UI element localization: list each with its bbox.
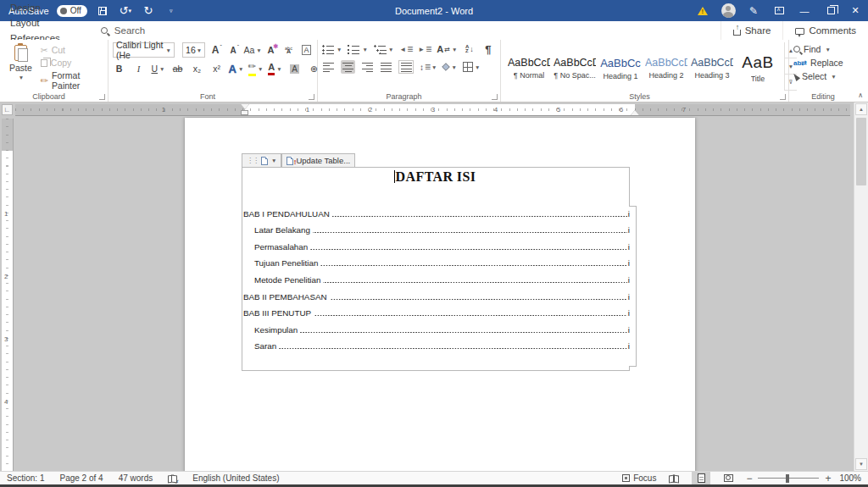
font-name-combo[interactable]: Calibri Light (He▼	[113, 42, 175, 58]
zoom-slider-thumb[interactable]	[786, 474, 789, 483]
vertical-scrollbar[interactable]: ▲ ▼	[854, 102, 868, 471]
language-indicator[interactable]: English (United States)	[192, 473, 279, 483]
shading-button[interactable]: ▼	[442, 60, 456, 74]
grow-font-button[interactable]: Aˆ	[210, 43, 223, 57]
font-color-button[interactable]: A▼	[269, 62, 281, 75]
align-center-button[interactable]	[341, 60, 355, 74]
phonetic-guide-button[interactable]: abcA	[282, 43, 295, 57]
subscript-button[interactable]: x₂	[191, 62, 203, 75]
style-card[interactable]: AaBbCcDc ¶ No Spac...	[553, 46, 597, 91]
account-button[interactable]	[715, 0, 741, 21]
hanging-indent-marker[interactable]	[241, 110, 248, 115]
save-button[interactable]	[95, 3, 110, 19]
toc-entry[interactable]: Permasalahan i	[243, 238, 630, 255]
superscript-button[interactable]: x²	[210, 62, 223, 75]
paragraph-dialog-launcher[interactable]	[492, 94, 498, 100]
toc-field-menu-button[interactable]: ⋮⋮ ▼	[242, 153, 281, 168]
toc-entry[interactable]: BAB I PENDAHULUAN i	[243, 205, 630, 222]
increase-indent-button[interactable]: ►≡	[418, 42, 431, 56]
vertical-ruler[interactable]: 1234	[2, 119, 13, 471]
toc-entry[interactable]: Tujuan Penelitian i	[243, 255, 630, 272]
scrollbar-thumb[interactable]	[856, 118, 866, 185]
page-indicator[interactable]: Page 2 of 4	[59, 473, 103, 483]
font-size-combo[interactable]: 16▼	[182, 42, 205, 58]
toc-entry[interactable]: BAB II PEMBAHASAN i	[243, 288, 630, 305]
word-count[interactable]: 47 words	[119, 473, 153, 483]
zoom-level[interactable]: 100%	[839, 473, 861, 483]
text-highlight-button[interactable]: ✏▼	[249, 62, 262, 75]
style-card[interactable]: AaBbCcDc ¶ Normal	[507, 46, 551, 91]
align-left-button[interactable]	[322, 60, 335, 74]
toc-entry[interactable]: Kesimpulan i	[243, 321, 630, 338]
style-card[interactable]: AaB Title	[736, 46, 780, 91]
line-spacing-button[interactable]: ↕≡▼	[420, 60, 437, 74]
zoom-in-button[interactable]: +	[825, 473, 831, 484]
print-layout-button[interactable]	[692, 472, 710, 484]
change-case-button[interactable]: Aa▼	[246, 43, 259, 57]
clear-formatting-button[interactable]: A	[264, 43, 277, 57]
select-button[interactable]: Select▼	[793, 71, 863, 81]
close-button[interactable]: ✕	[843, 0, 868, 21]
character-shading-button[interactable]: A	[288, 62, 301, 75]
search-box[interactable]: Search	[101, 25, 145, 36]
align-right-button[interactable]	[361, 60, 374, 74]
share-button[interactable]: Share	[721, 21, 783, 40]
first-line-indent-marker[interactable]	[241, 104, 249, 109]
restore-button[interactable]	[817, 0, 843, 21]
copy-button[interactable]: Copy	[41, 58, 103, 68]
right-indent-marker[interactable]	[631, 110, 639, 115]
justify-button[interactable]	[380, 60, 392, 74]
decrease-indent-button[interactable]: ◄≡	[399, 42, 412, 56]
customize-quick-access-button[interactable]: ▿	[164, 3, 179, 19]
section-indicator[interactable]: Section: 1	[7, 473, 44, 483]
borders-button[interactable]: ▼	[463, 60, 480, 74]
toc-entry[interactable]: BAB III PENUTUP i	[243, 305, 630, 322]
sort-button[interactable]: AZ↓	[463, 42, 476, 56]
replace-button[interactable]: ab⇄Replace	[793, 58, 863, 68]
bold-button[interactable]: B	[113, 62, 125, 75]
styles-dialog-launcher[interactable]	[780, 94, 786, 100]
paste-button[interactable]: Paste ▼	[4, 42, 37, 91]
bullets-button[interactable]: ▼	[322, 42, 342, 56]
tab-selector-button[interactable]: ∟	[2, 104, 13, 115]
document-heading[interactable]: DAFTAR ISI	[396, 169, 476, 185]
numbering-button[interactable]: ▼	[348, 42, 367, 56]
ribbon-display-options-button[interactable]	[766, 0, 792, 21]
text-effects-button[interactable]: A▼	[230, 62, 242, 75]
proofing-status-button[interactable]: ✗	[168, 475, 177, 482]
scroll-up-button[interactable]: ▲	[855, 103, 867, 115]
shrink-font-button[interactable]: Aˇ	[228, 43, 241, 57]
ribbon-tab[interactable]: Layout	[0, 15, 70, 30]
scroll-down-button[interactable]: ▼	[855, 458, 867, 470]
zoom-out-button[interactable]: −	[746, 473, 752, 484]
ribbon-tab[interactable]: Design	[0, 0, 70, 15]
multilevel-list-button[interactable]: ▼	[374, 42, 393, 56]
asian-layout-button[interactable]: A⇄▼	[437, 42, 457, 56]
style-card[interactable]: AaBbCcD Heading 2	[644, 46, 688, 91]
web-layout-button[interactable]	[719, 472, 737, 484]
style-card[interactable]: AaBbCc Heading 1	[598, 46, 643, 91]
horizontal-ruler[interactable]: 11234567	[15, 104, 850, 115]
underline-button[interactable]: U▼	[152, 62, 164, 75]
zoom-slider[interactable]	[758, 478, 819, 479]
distributed-button[interactable]	[398, 60, 414, 74]
update-table-button[interactable]: Update Table...	[281, 153, 355, 168]
italic-button[interactable]: I	[132, 62, 145, 75]
toc-entry[interactable]: Saran i	[243, 338, 630, 355]
document-page[interactable]: ⋮⋮ ▼ Update Table... DAFTAR ISI BAB I PE…	[185, 118, 695, 471]
alert-button[interactable]	[690, 0, 715, 21]
toc-entry[interactable]: Metode Penelitian i	[243, 271, 630, 288]
collapse-ribbon-button[interactable]: ∧	[858, 91, 863, 99]
format-painter-button[interactable]: ✏Format Painter	[41, 70, 103, 91]
redo-button[interactable]: ↻	[141, 3, 156, 19]
minimize-button[interactable]: —	[792, 0, 817, 21]
focus-mode-button[interactable]: Focus	[622, 473, 656, 483]
read-mode-button[interactable]	[665, 472, 683, 484]
comments-button[interactable]: Comments	[782, 21, 868, 40]
cut-button[interactable]: ✂Cut	[41, 45, 103, 55]
character-border-button[interactable]: A	[300, 43, 313, 57]
clipboard-dialog-launcher[interactable]	[99, 94, 105, 100]
style-card[interactable]: AaBbCcD Heading 3	[690, 46, 734, 91]
toc-entry[interactable]: Latar Belakang i	[243, 222, 630, 239]
strikethrough-button[interactable]: ab	[171, 62, 184, 75]
